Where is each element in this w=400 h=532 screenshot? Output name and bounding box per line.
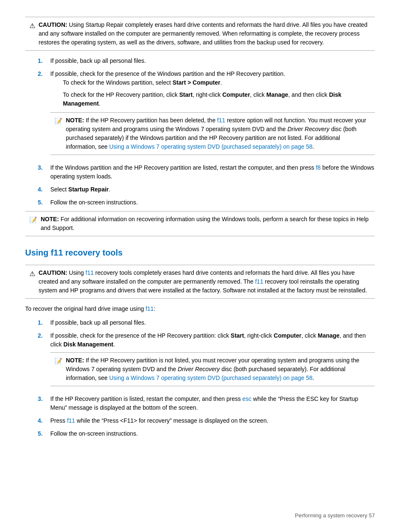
s2-step-1-text: If possible, back up all personal files. <box>50 318 375 327</box>
note-icon-3: 📝 <box>55 356 62 366</box>
note1-link[interactable]: Using a Windows 7 operating system DVD (… <box>109 143 313 150</box>
note-label-1: NOTE: <box>66 117 84 124</box>
intro-f11[interactable]: f11 <box>145 305 153 312</box>
s2-step-3-esc[interactable]: esc <box>242 395 252 402</box>
step-1-text: If possible, back up all personal files. <box>50 57 375 65</box>
note3-post: . <box>312 374 314 381</box>
s2-step-2-post: . <box>113 341 115 348</box>
note-box-1: 📝 NOTE: If the HP Recovery partition has… <box>50 112 375 155</box>
step-2-sub1: To check for the Windows partition, sele… <box>63 78 375 87</box>
s2-step-5: Follow the on-screen instructions. <box>38 429 375 438</box>
step-2-sub1-pre: To check for the Windows partition, sele… <box>63 79 172 86</box>
step-2-post: . <box>99 100 101 107</box>
steps-list-1: If possible, back up all personal files.… <box>38 57 375 207</box>
step-2-content: If possible, check for the presence of t… <box>50 70 375 159</box>
step-4-post: . <box>109 186 110 193</box>
s2-step-2-bold1: Start <box>231 332 244 339</box>
caution-icon-2: ⚠ <box>29 269 35 279</box>
steps-list-2: If possible, back up all personal files.… <box>38 318 375 438</box>
step-4-bold: Startup Repair <box>68 186 109 193</box>
s2-step-2-content: If possible, check for the presence of t… <box>50 331 375 390</box>
step-2-bold3: Manage <box>266 91 288 98</box>
caution-box-2: ⚠ CAUTION: Using f11 recovery tools comp… <box>25 265 375 299</box>
intro-pre: To recover the original hard drive image… <box>25 305 145 312</box>
note-text-3: NOTE: If the HP Recovery partition is no… <box>66 356 371 382</box>
s2-step-4-pre: Press <box>50 417 67 424</box>
note1-post: . <box>312 143 314 150</box>
step-2-sub2-pre: To check for the HP Recovery partition, … <box>63 91 179 98</box>
step-2-bold1: Start <box>179 91 193 98</box>
step-2-mid2: , click <box>250 91 266 98</box>
s2-step-4: Press f11 while the “Press <F11> for rec… <box>38 416 375 425</box>
note-text-2: NOTE: For additional information on reco… <box>41 215 371 232</box>
note-icon-2: 📝 <box>29 215 37 225</box>
s2-step-4-f11[interactable]: f11 <box>67 417 75 424</box>
note-text-1: NOTE: If the HP Recovery partition has b… <box>66 116 371 151</box>
step-3-pre: If the Windows partition and the HP Reco… <box>50 164 316 171</box>
caution-box-1: ⚠ CAUTION: Using Startup Repair complete… <box>25 17 375 51</box>
caution-label-1: CAUTION: <box>39 21 67 28</box>
s2-step-2-bold2: Computer <box>274 332 301 339</box>
steps-section-1: If possible, back up all personal files.… <box>38 57 375 207</box>
caution2-f11-2[interactable]: f11 <box>255 278 263 285</box>
step-5: Follow the on-screen instructions. <box>38 198 375 207</box>
section2-title: Using f11 recovery tools <box>25 246 375 259</box>
s2-step-3: If the HP Recovery partition is listed, … <box>38 395 375 412</box>
step-2-mid3: , and then click <box>288 91 329 98</box>
note2-body: For additional information on recovering… <box>41 216 369 231</box>
caution2-f11[interactable]: f11 <box>86 269 94 276</box>
note-body-text-1: If the HP Recovery partition has been de… <box>86 117 217 124</box>
s2-step-2: If possible, check for the presence of t… <box>38 331 375 390</box>
s2-step-2-mid: , right-click <box>244 332 274 339</box>
step-2-sub1-bold: Start > Computer <box>172 79 220 86</box>
s2-step-1: If possible, back up all personal files. <box>38 318 375 327</box>
step-2-sub1-post: . <box>220 79 222 86</box>
s2-step-2-bold4: Disk Management <box>63 341 113 348</box>
s2-step-2-mid2: , click <box>301 332 318 339</box>
step-2-bold2: Computer <box>222 91 250 98</box>
intro-post: : <box>154 305 156 312</box>
note-box-2: 📝 NOTE: For additional information on re… <box>25 211 375 236</box>
note1-f11-link[interactable]: f11 <box>217 117 225 124</box>
caution-text-1: CAUTION: Using Startup Repair completely… <box>39 21 371 47</box>
s2-step-2-bold3: Manage <box>318 332 340 339</box>
note3-italic: Driver Recovery <box>178 366 220 372</box>
note-icon-1: 📝 <box>55 116 62 126</box>
caution-icon-1: ⚠ <box>29 21 35 31</box>
note-label-3: NOTE: <box>66 357 84 364</box>
note-box-3: 📝 NOTE: If the HP Recovery partition is … <box>50 352 375 386</box>
caution-label-2: CAUTION: <box>39 269 67 276</box>
step-2-mid1: , right-click <box>192 91 222 98</box>
step-2-intro: If possible, check for the presence of t… <box>50 70 285 77</box>
step-3: If the Windows partition and the HP Reco… <box>38 163 375 181</box>
s2-step-2-pre: If possible, check for the presence of t… <box>50 332 231 339</box>
s2-step-3-pre: If the HP Recovery partition is listed, … <box>50 395 242 402</box>
step-5-text: Follow the on-screen instructions. <box>50 198 375 207</box>
step-4-content: Select Startup Repair. <box>50 185 375 194</box>
step-2: If possible, check for the presence of t… <box>38 70 375 159</box>
step-1: If possible, back up all personal files. <box>38 57 375 65</box>
step-4: Select Startup Repair. <box>38 185 375 194</box>
s2-step-3-content: If the HP Recovery partition is listed, … <box>50 395 375 412</box>
caution-body-text-1: Using Startup Repair completely erases h… <box>39 21 367 46</box>
s2-step-4-content: Press f11 while the “Press <F11> for rec… <box>50 416 375 425</box>
section2-intro: To recover the original hard drive image… <box>25 305 375 313</box>
s2-step-5-text: Follow the on-screen instructions. <box>50 429 375 438</box>
caution-text-2: CAUTION: Using f11 recovery tools comple… <box>39 269 371 295</box>
step-4-pre: Select <box>50 186 68 193</box>
steps-section-2: If possible, back up all personal files.… <box>38 318 375 438</box>
step-2-sub2: To check for the HP Recovery partition, … <box>63 90 375 108</box>
note3-link[interactable]: Using a Windows 7 operating system DVD (… <box>109 374 313 381</box>
note-label-2: NOTE: <box>41 216 59 222</box>
step-3-content: If the Windows partition and the HP Reco… <box>50 163 375 181</box>
step-3-f8[interactable]: f8 <box>316 164 321 171</box>
caution2-space: Using <box>69 269 86 276</box>
s2-step-4-post: while the “Press <F11> for recovery” mes… <box>75 417 268 424</box>
